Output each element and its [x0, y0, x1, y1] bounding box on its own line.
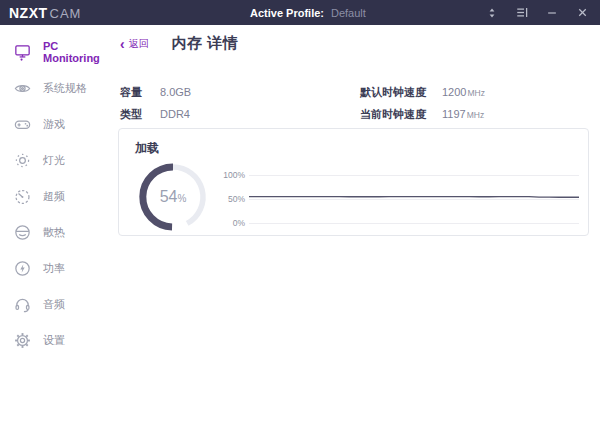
headset-icon: [13, 295, 32, 314]
ytick-50: 50%: [211, 194, 245, 204]
sidebar-item-label: 音频: [43, 297, 65, 312]
load-gauge: 54 %: [137, 161, 209, 233]
load-card: 加载 54 % 100% 50% 0%: [118, 128, 589, 236]
spec-capacity: 容量 8.0GB: [120, 85, 220, 107]
spec-current-clock: 当前时钟速度 1197 MHz: [360, 107, 485, 129]
memory-details-page: ‹ 返回 内存 详情 容量 8.0GB 类型 DDR4 时序 17-17-17-…: [115, 25, 600, 434]
sidebar-item-audio[interactable]: 音频: [0, 286, 115, 322]
load-line: [249, 197, 579, 198]
spec-type: 类型 DDR4: [120, 107, 220, 129]
specs-right-column: 默认时钟速度 1200 MHz 当前时钟速度 1197 MHz: [360, 85, 485, 129]
sidebar-item-pc-monitoring[interactable]: PC Monitoring: [0, 34, 115, 70]
app-logo: NZXT CAM: [0, 5, 81, 21]
window-controls: [482, 0, 592, 25]
active-profile-label: Active Profile:: [250, 7, 324, 19]
minimize-icon[interactable]: [542, 3, 562, 23]
page-title: 内存 详情: [172, 34, 239, 53]
dial-icon: [13, 187, 32, 206]
ytick-0: 0%: [211, 218, 245, 228]
sidebar-item-lighting[interactable]: 灯光: [0, 142, 115, 178]
nzxt-cam-window: NZXT CAM Active Profile: Default PC M: [0, 0, 600, 434]
chevron-left-icon: ‹: [120, 37, 125, 51]
titlebar: NZXT CAM Active Profile: Default: [0, 0, 600, 25]
back-button[interactable]: ‹ 返回: [120, 37, 149, 51]
power-icon: [13, 259, 32, 278]
close-icon[interactable]: [572, 3, 592, 23]
sidebar: PC Monitoring 系统规格 游戏 灯光 超频 散热 功率 音频: [0, 25, 115, 434]
sidebar-item-label: 系统规格: [43, 81, 87, 96]
sidebar-item-games[interactable]: 游戏: [0, 106, 115, 142]
sidebar-item-label: 超频: [43, 189, 65, 204]
spec-default-clock: 默认时钟速度 1200 MHz: [360, 85, 485, 107]
active-profile-value: Default: [331, 7, 366, 19]
sidebar-item-settings[interactable]: 设置: [0, 322, 115, 358]
sun-icon: [13, 151, 32, 170]
gamepad-icon: [13, 115, 32, 134]
sidebar-item-overclocking[interactable]: 超频: [0, 178, 115, 214]
sidebar-item-system-specs[interactable]: 系统规格: [0, 70, 115, 106]
sidebar-item-cooling[interactable]: 散热: [0, 214, 115, 250]
gridline-0: [249, 223, 579, 224]
page-header: ‹ 返回 内存 详情: [120, 34, 238, 53]
logo-cam: CAM: [50, 6, 82, 21]
sidebar-item-label: PC Monitoring: [43, 40, 115, 64]
profile-sort-icon[interactable]: [482, 3, 502, 23]
panel-toggle-icon[interactable]: [512, 3, 532, 23]
monitor-icon: [13, 42, 32, 62]
load-history-chart: [249, 175, 579, 223]
cooling-icon: [13, 223, 32, 242]
load-card-title: 加载: [135, 140, 159, 157]
load-gauge-value: 54 %: [137, 161, 209, 233]
sidebar-item-label: 散热: [43, 225, 65, 240]
logo-nzxt: NZXT: [9, 5, 48, 21]
sidebar-item-label: 游戏: [43, 117, 65, 132]
sidebar-item-label: 功率: [43, 261, 65, 276]
active-profile[interactable]: Active Profile: Default: [250, 0, 366, 25]
back-label: 返回: [129, 37, 149, 51]
gear-icon: [13, 331, 32, 350]
sidebar-item-label: 设置: [43, 333, 65, 348]
ytick-100: 100%: [211, 170, 245, 180]
eye-icon: [13, 79, 32, 98]
sidebar-item-label: 灯光: [43, 153, 65, 168]
sidebar-item-power[interactable]: 功率: [0, 250, 115, 286]
